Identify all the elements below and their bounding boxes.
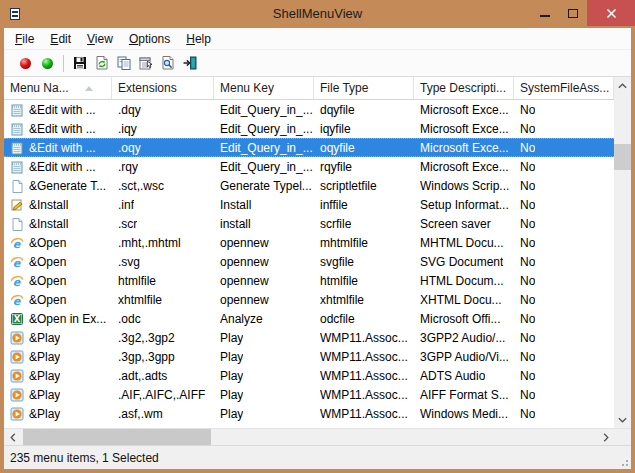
resize-grip-icon[interactable] [626, 464, 628, 466]
menu-edit[interactable]: Edit [42, 30, 79, 48]
app-icon[interactable] [9, 7, 21, 21]
maximize-button[interactable] [559, 0, 587, 26]
file-type-cell: xhtmlfile [320, 293, 364, 307]
save-icon[interactable] [69, 52, 91, 74]
table-row[interactable]: e&Open htmlfile opennew htmlfile HTML Do… [4, 271, 614, 290]
table-row[interactable]: &Edit with ... .rqy Edit_Query_in_... rq… [4, 157, 614, 176]
minimize-icon [540, 15, 550, 17]
menu-key-cell: opennew [220, 293, 269, 307]
column-header-file-type[interactable]: File Type [314, 77, 414, 99]
system-file-assoc-cell: No [520, 217, 535, 231]
extensions-cell: .mht,.mhtml [118, 236, 181, 250]
system-file-assoc-cell: No [520, 179, 535, 193]
extensions-cell: xhtmlfile [118, 293, 162, 307]
horizontal-scrollbar[interactable] [4, 428, 631, 445]
table-row[interactable]: &Install .scr install scrfile Screen sav… [4, 214, 614, 233]
exit-icon[interactable] [179, 52, 201, 74]
system-file-assoc-cell: No [520, 312, 535, 326]
system-file-assoc-cell: No [520, 255, 535, 269]
refresh-icon[interactable] [91, 52, 113, 74]
scroll-down-icon[interactable] [614, 411, 631, 428]
file-type-cell: WMP11.Assoc... [320, 350, 408, 364]
menu-bar: File Edit View Options Help [4, 28, 631, 50]
enable-item-green-ball-icon[interactable] [36, 52, 58, 74]
properties-icon[interactable] [135, 52, 157, 74]
vertical-scroll-track[interactable] [614, 94, 631, 411]
excel-query-file-icon [10, 122, 24, 136]
table-row[interactable]: &Play .adt,.adts Play WMP11.Assoc... ADT… [4, 366, 614, 385]
document-icon [10, 217, 24, 231]
file-type-cell: WMP11.Assoc... [320, 331, 408, 345]
type-description-cell: XHTML Docu... [420, 293, 502, 307]
menu-key-cell: Play [220, 407, 243, 421]
system-file-assoc-cell: No [520, 103, 535, 117]
column-header-system-file-assoc[interactable]: SystemFileAss... [514, 77, 614, 99]
table-row[interactable]: e&Open .mht,.mhtml opennew mhtmlfile MHT… [4, 233, 614, 252]
extensions-cell: htmlfile [118, 274, 156, 288]
scroll-right-icon[interactable] [597, 429, 614, 445]
horizontal-scroll-track[interactable] [21, 429, 597, 445]
menu-key-cell: Play [220, 350, 243, 364]
table-row[interactable]: &Edit with ... .oqy Edit_Query_in_... oq… [4, 138, 614, 157]
menu-help[interactable]: Help [178, 30, 219, 48]
document-icon [10, 179, 24, 193]
title-bar[interactable]: ShellMenuView [0, 0, 635, 28]
system-file-assoc-cell: No [520, 236, 535, 250]
menu-view[interactable]: View [79, 30, 121, 48]
type-description-cell: 3GPP2 Audio/... [420, 331, 505, 345]
type-description-cell: 3GPP Audio/Vi... [420, 350, 509, 364]
file-type-cell: mhtmlfile [320, 236, 368, 250]
table-row[interactable]: e&Open xhtmlfile opennew xhtmlfile XHTML… [4, 290, 614, 309]
copy-icon[interactable] [113, 52, 135, 74]
extensions-cell: .AIF,.AIFC,.AIFF [118, 388, 205, 402]
table-row[interactable]: X&Open in Ex... .odc Analyze odcfile Mic… [4, 309, 614, 328]
close-button[interactable] [587, 0, 635, 26]
toolbar-separator [63, 55, 64, 72]
file-type-cell: WMP11.Assoc... [320, 407, 408, 421]
vertical-scrollbar[interactable] [614, 77, 631, 428]
find-icon[interactable] [157, 52, 179, 74]
excel-icon: X [10, 312, 24, 326]
type-description-cell: MHTML Docu... [420, 236, 504, 250]
extensions-cell: .svg [118, 255, 140, 269]
column-header-menu-key[interactable]: Menu Key [214, 77, 314, 99]
table-row[interactable]: &Play .AIF,.AIFC,.AIFF Play WMP11.Assoc.… [4, 385, 614, 404]
table-header: Menu Na... Extensions Menu Key File Type… [4, 77, 614, 100]
table-row[interactable]: &Generate T... .sct,.wsc Generate Typel.… [4, 176, 614, 195]
status-bar: 235 menu items, 1 Selected [4, 445, 631, 469]
disable-item-red-ball-icon[interactable] [14, 52, 36, 74]
system-file-assoc-cell: No [520, 369, 535, 383]
menu-name-cell: &Open [29, 293, 66, 307]
type-description-cell: Screen saver [420, 217, 491, 231]
table-row[interactable]: &Play .3gp,.3gpp Play WMP11.Assoc... 3GP… [4, 347, 614, 366]
menu-name-cell: &Edit with ... [29, 160, 96, 174]
file-type-cell: dqyfile [320, 103, 355, 117]
table-row[interactable]: &Play .3g2,.3gp2 Play WMP11.Assoc... 3GP… [4, 328, 614, 347]
column-header-menu-name[interactable]: Menu Na... [4, 77, 112, 99]
horizontal-scroll-thumb[interactable] [23, 429, 211, 445]
type-description-cell: ADTS Audio [420, 369, 485, 383]
table-row[interactable]: &Play .asf,.wm Play WMP11.Assoc... Windo… [4, 404, 614, 423]
minimize-button[interactable] [531, 0, 559, 26]
table-row[interactable]: e&Open .svg opennew svgfile SVG Document… [4, 252, 614, 271]
menu-name-cell: &Open [29, 274, 66, 288]
inf-file-icon [10, 198, 24, 212]
shellmenuview-window: ShellMenuView File Edit View Options Hel… [0, 0, 635, 473]
table-row[interactable]: &Edit with ... .iqy Edit_Query_in_... iq… [4, 119, 614, 138]
menu-items-listview: Menu Na... Extensions Menu Key File Type… [4, 77, 631, 445]
vertical-scroll-thumb[interactable] [614, 144, 631, 170]
extensions-cell: .asf,.wm [118, 407, 163, 421]
scroll-up-icon[interactable] [614, 77, 631, 94]
extensions-cell: .adt,.adts [118, 369, 167, 383]
menu-file[interactable]: File [7, 30, 42, 48]
column-header-extensions[interactable]: Extensions [112, 77, 214, 99]
scroll-left-icon[interactable] [4, 429, 21, 445]
menu-name-cell: &Edit with ... [29, 122, 96, 136]
menu-options[interactable]: Options [121, 30, 178, 48]
table-row[interactable]: &Edit with ... .dqy Edit_Query_in_... dq… [4, 100, 614, 119]
type-description-cell: HTML Docum... [420, 274, 504, 288]
table-row[interactable]: &Install .inf Install inffile Setup Info… [4, 195, 614, 214]
menu-name-cell: &Open [29, 255, 66, 269]
system-file-assoc-cell: No [520, 388, 535, 402]
column-header-type-description[interactable]: Type Descripti... [414, 77, 514, 99]
